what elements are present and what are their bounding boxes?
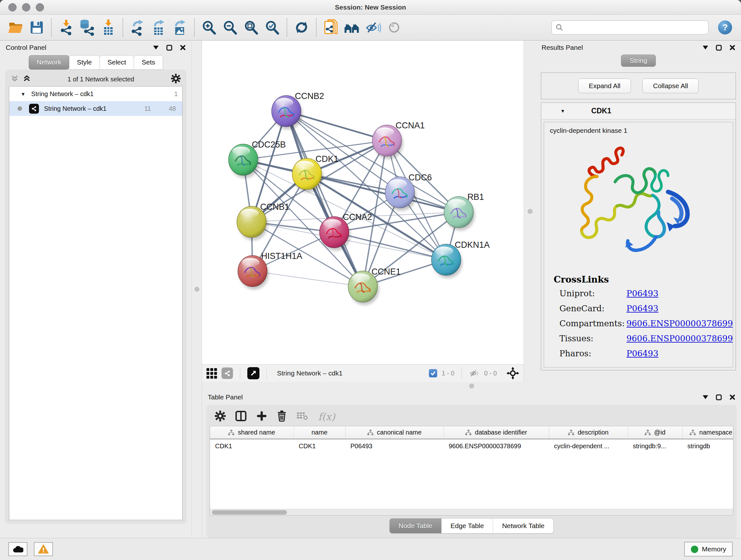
tissues-link[interactable]: 9606.ENSP00000378699: [626, 334, 733, 343]
column-header-id[interactable]: @id: [628, 426, 682, 439]
table-row[interactable]: CDK1 CDK1 P06493 9606.ENSP00000378699 cy…: [210, 439, 733, 453]
results-panel-close-button[interactable]: [730, 45, 735, 51]
column-header-shared-name[interactable]: shared name: [210, 426, 293, 439]
gene-section-header[interactable]: ▼ CDK1: [541, 103, 736, 119]
footer-separator: [461, 367, 462, 379]
results-panel: Results Panel String Expand All Collapse…: [536, 41, 741, 382]
tab-sets[interactable]: Sets: [134, 55, 163, 70]
crosslink-label: GeneCard:: [559, 304, 626, 313]
gene-name: CDK1: [591, 107, 611, 115]
save-session-button[interactable]: [28, 18, 45, 37]
table-panel-collapse-button[interactable]: [703, 395, 708, 399]
control-panel-tabs: Network Style Select Sets: [0, 55, 192, 70]
column-type-icon: [367, 430, 374, 435]
import-network-from-database-button[interactable]: [78, 18, 96, 37]
collapse-all-button[interactable]: Collapse All: [643, 78, 698, 93]
control-panel-close-button[interactable]: [180, 45, 186, 51]
control-panel-collapse-button[interactable]: [153, 46, 158, 50]
genecard-link[interactable]: P06493: [626, 304, 658, 313]
expand-all-button[interactable]: Expand All: [578, 78, 631, 93]
results-panel-float-button[interactable]: [716, 45, 722, 51]
tab-network-table[interactable]: Network Table: [493, 518, 553, 533]
close-window-button[interactable]: [8, 3, 17, 11]
control-panel-title: Control Panel: [6, 44, 46, 51]
import-network-icon: [59, 19, 73, 36]
search-field[interactable]: [551, 20, 709, 35]
table-horizontal-scrollbar[interactable]: [210, 509, 733, 515]
minimize-window-button[interactable]: [22, 3, 30, 11]
add-column-button[interactable]: [256, 411, 267, 423]
column-header-description[interactable]: description: [549, 426, 628, 439]
splitter-handle[interactable]: [194, 287, 199, 292]
tab-edge-table[interactable]: Edge Table: [442, 518, 493, 533]
tab-style[interactable]: Style: [69, 55, 100, 70]
tab-select[interactable]: Select: [99, 55, 134, 70]
apply-layout-button[interactable]: [293, 18, 310, 37]
network-collection-row[interactable]: ▼ String Network – cdk1 1: [9, 86, 182, 101]
pan-mode-button[interactable]: [507, 367, 519, 380]
right-splitter[interactable]: [524, 41, 536, 382]
string-home-button[interactable]: [343, 18, 360, 37]
results-panel-collapse-button[interactable]: [703, 46, 708, 50]
edge-HIST1H1A-CCNE1[interactable]: [253, 271, 363, 287]
zoom-window-button[interactable]: [36, 3, 44, 11]
control-panel-float-button[interactable]: [166, 45, 172, 51]
export-network-button[interactable]: [129, 18, 146, 37]
birdseye-view-button[interactable]: [247, 367, 259, 379]
import-network-from-file-button[interactable]: [57, 18, 75, 37]
column-header-database-identifier[interactable]: database identifier: [444, 426, 549, 439]
zoom-out-button[interactable]: [221, 18, 239, 37]
zoom-fit-button[interactable]: [243, 18, 260, 37]
string-protein-query-button[interactable]: [322, 18, 340, 37]
refresh-icon: [294, 20, 309, 35]
crosslinks-title: CrossLinks: [554, 274, 733, 285]
tab-node-table[interactable]: Node Table: [390, 518, 442, 533]
table-options-gear-button[interactable]: [215, 411, 226, 423]
table-panel-float-button[interactable]: [716, 394, 722, 400]
network-options-gear-button[interactable]: [171, 74, 181, 84]
show-grid-button[interactable]: [206, 368, 217, 379]
expand-all-networks-button[interactable]: [23, 75, 30, 83]
show-graphics-button[interactable]: [386, 18, 403, 37]
toolbar-separator: [194, 18, 195, 37]
tab-network[interactable]: Network: [29, 55, 69, 70]
network-canvas[interactable]: CCNB2CCNA1CDC25BCDK1CDC6RB1CCNB1CCNA2CDK…: [202, 41, 524, 365]
table-panel-close-button[interactable]: [730, 394, 735, 400]
help-button[interactable]: ?: [718, 20, 732, 35]
compartments-link[interactable]: 9606.ENSP00000378699: [626, 319, 733, 328]
import-table-button[interactable]: [99, 18, 117, 37]
search-input[interactable]: [566, 24, 704, 31]
pharos-link[interactable]: P06493: [626, 349, 658, 358]
export-table-button[interactable]: [150, 18, 167, 37]
uniprot-link[interactable]: P06493: [626, 289, 658, 298]
collapse-all-networks-button[interactable]: [11, 75, 18, 83]
column-header-namespace[interactable]: namespace: [682, 426, 733, 439]
node-details-section: ▼ CDK1 cyclin-dependent kinase 1: [541, 103, 736, 370]
disclosure-triangle-icon[interactable]: ▼: [21, 91, 25, 97]
cloud-status-button[interactable]: [8, 542, 27, 556]
column-header-name[interactable]: name: [293, 426, 345, 439]
control-panel: Control Panel Network Style Select Sets …: [0, 41, 192, 538]
network-overview-icon[interactable]: [221, 368, 233, 379]
column-header-canonical-name[interactable]: canonical name: [345, 426, 444, 439]
network-row[interactable]: String Network – cdk1 11 48: [9, 101, 182, 116]
scrollbar-thumb[interactable]: [212, 510, 287, 515]
warnings-button[interactable]: [34, 542, 53, 556]
tab-string-results[interactable]: String: [621, 55, 656, 67]
export-image-button[interactable]: [171, 18, 188, 37]
zoom-in-button[interactable]: [200, 18, 218, 37]
left-splitter[interactable]: [192, 41, 202, 538]
edge-CCNA2-CDKN1A[interactable]: [334, 232, 446, 260]
hide-unhide-button[interactable]: [364, 18, 382, 37]
horizontal-splitter[interactable]: [202, 382, 741, 390]
zoom-selected-button[interactable]: [264, 18, 281, 37]
node-label-CDK1: CDK1: [316, 154, 339, 164]
network-list: ▼ String Network – cdk1 1 String Network…: [9, 86, 183, 520]
splitter-handle[interactable]: [469, 384, 474, 388]
open-session-button[interactable]: [7, 18, 24, 37]
show-columns-button[interactable]: [235, 411, 247, 423]
splitter-handle[interactable]: [528, 209, 532, 213]
delete-column-button[interactable]: [277, 410, 287, 423]
memory-button[interactable]: Memory: [684, 542, 733, 557]
disclosure-triangle-icon[interactable]: ▼: [560, 108, 565, 114]
